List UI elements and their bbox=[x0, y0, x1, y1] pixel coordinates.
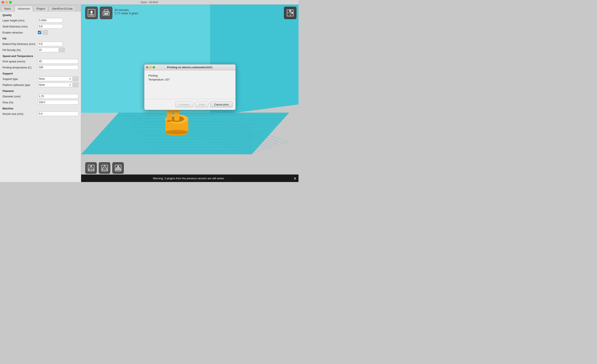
quality-header: Quality bbox=[2, 14, 79, 17]
speed-header: Speed and Temperature bbox=[2, 55, 79, 58]
top-right-view-icon bbox=[286, 9, 294, 17]
app-title: Cura - 15.04.6 bbox=[141, 1, 158, 4]
support-type-label: Support type bbox=[2, 77, 38, 80]
warning-bar: Warning: 2 plugins from the previous ses… bbox=[81, 174, 298, 182]
dialog-footer: Connect Print Cancel print bbox=[144, 99, 236, 110]
view-mode-button-3[interactable] bbox=[112, 162, 124, 174]
settings-form: Quality Layer height (mm) Shell thicknes… bbox=[0, 11, 81, 182]
adhesion-type-label: Platform adhesion type bbox=[2, 83, 38, 87]
enable-retraction-checkbox[interactable] bbox=[38, 31, 41, 34]
dialog-traffic-lights bbox=[146, 66, 155, 68]
fill-header: Fill bbox=[2, 37, 79, 40]
dialog-title: Printing on /dev/cu.usbmodem1411 bbox=[167, 66, 212, 69]
dialog-close-button[interactable] bbox=[146, 66, 148, 68]
warning-close-button[interactable]: X bbox=[294, 177, 296, 180]
retraction-more-btn[interactable]: ... bbox=[43, 30, 48, 35]
diameter-label: Diameter (mm) bbox=[2, 95, 38, 98]
bottom-top-thickness-label: Bottom/Top thickness (mm) bbox=[2, 42, 38, 46]
diameter-row: Diameter (mm) bbox=[2, 94, 79, 99]
view-mode-button-1[interactable] bbox=[85, 162, 97, 174]
adhesion-type-select-wrapper: None Brim Raft ▼ bbox=[38, 83, 72, 87]
dialog-status-temp: Temperature: 207 bbox=[149, 78, 231, 81]
enable-retraction-checkbox-container: ... bbox=[38, 30, 48, 35]
dialog-minimize-button[interactable] bbox=[149, 66, 152, 68]
shell-thickness-row: Shell thickness (mm) bbox=[2, 24, 79, 29]
flow-label: Flow (%) bbox=[2, 101, 38, 104]
maximize-button[interactable] bbox=[9, 1, 12, 4]
nozzle-size-label: Nozzle size (mm) bbox=[2, 112, 38, 115]
fill-density-input[interactable] bbox=[38, 48, 59, 52]
estimate-line2: 1.77 meter 5 gram bbox=[114, 12, 138, 15]
titlebar: Cura - 15.04.6 bbox=[0, 0, 298, 5]
main-layout: Basic Advanced Plugins Start/End-GCode Q… bbox=[0, 5, 298, 182]
view-mode-icon-1 bbox=[87, 164, 95, 172]
flow-row: Flow (%) bbox=[2, 100, 79, 105]
shell-thickness-label: Shell thickness (mm) bbox=[2, 25, 38, 28]
dialog-titlebar: Printing on /dev/cu.usbmodem1411 bbox=[144, 64, 236, 70]
view-mode-icon-3 bbox=[114, 164, 122, 172]
support-type-select-wrapper: None Touching buildplate Everywhere ▼ bbox=[38, 77, 72, 81]
adhesion-type-select[interactable]: None Brim Raft bbox=[38, 83, 72, 87]
dialog-status-printing: Printing bbox=[149, 74, 231, 77]
fill-density-more-btn[interactable]: ... bbox=[59, 48, 65, 52]
print-temp-input[interactable] bbox=[38, 65, 79, 70]
cancel-print-button[interactable]: Cancel print bbox=[210, 102, 232, 107]
print-temp-row: Printing temperature (C) bbox=[2, 65, 79, 70]
view-mode-button-2[interactable] bbox=[99, 162, 110, 174]
print-speed-label: Print speed (mm/s) bbox=[2, 60, 38, 63]
shell-thickness-input[interactable] bbox=[38, 24, 63, 29]
print-button[interactable] bbox=[100, 7, 112, 19]
print-dialog-button[interactable]: Print bbox=[195, 102, 208, 107]
print-icon bbox=[102, 9, 110, 17]
adhesion-type-more-btn[interactable]: ... bbox=[73, 83, 79, 87]
print-temp-label: Printing temperature (C) bbox=[2, 66, 38, 69]
left-panel: Basic Advanced Plugins Start/End-GCode Q… bbox=[0, 5, 81, 182]
bottom-top-thickness-input[interactable] bbox=[38, 42, 63, 46]
print-speed-input[interactable] bbox=[38, 59, 79, 64]
tab-basic[interactable]: Basic bbox=[1, 6, 14, 11]
diameter-input[interactable] bbox=[38, 94, 79, 99]
enable-retraction-label: Enable retraction bbox=[2, 31, 38, 34]
support-type-more-btn[interactable]: ... bbox=[73, 77, 79, 81]
tab-bar: Basic Advanced Plugins Start/End-GCode bbox=[0, 5, 81, 11]
tab-plugins[interactable]: Plugins bbox=[33, 6, 48, 11]
layer-height-label: Layer height (mm) bbox=[2, 19, 38, 22]
view-mode-icon-2 bbox=[101, 164, 108, 172]
nozzle-size-row: Nozzle size (mm) bbox=[2, 111, 79, 116]
connect-button[interactable]: Connect bbox=[175, 102, 193, 107]
minimize-button[interactable] bbox=[5, 1, 8, 4]
estimate-line1: 30 minutes bbox=[114, 8, 138, 12]
filament-header: Filament bbox=[2, 89, 79, 93]
tab-start-end-gcode[interactable]: Start/End-GCode bbox=[49, 6, 76, 11]
load-model-icon bbox=[87, 9, 95, 17]
machine-header: Machine bbox=[2, 107, 79, 110]
load-model-button[interactable] bbox=[85, 7, 98, 19]
svg-rect-42 bbox=[104, 13, 108, 15]
flow-input[interactable] bbox=[38, 100, 79, 105]
fill-density-row: Fill Density (%) ... bbox=[2, 47, 79, 52]
layer-height-row: Layer height (mm) bbox=[2, 18, 79, 23]
close-button[interactable] bbox=[2, 1, 4, 4]
viewport: 30 minutes 1.77 meter 5 gram bbox=[81, 5, 298, 182]
tab-advanced[interactable]: Advanced bbox=[15, 6, 33, 11]
dialog-maximize-button[interactable] bbox=[153, 66, 155, 68]
bottom-top-thickness-row: Bottom/Top thickness (mm) bbox=[2, 41, 79, 46]
layer-height-input[interactable] bbox=[38, 18, 63, 23]
adhesion-type-row: Platform adhesion type None Brim Raft ▼ … bbox=[2, 82, 79, 87]
support-header: Support bbox=[2, 72, 79, 75]
svg-point-34 bbox=[167, 120, 172, 122]
svg-point-44 bbox=[108, 12, 109, 13]
support-type-select[interactable]: None Touching buildplate Everywhere bbox=[38, 77, 72, 81]
fill-density-label: Fill Density (%) bbox=[2, 48, 38, 52]
svg-rect-40 bbox=[89, 15, 94, 16]
svg-rect-37 bbox=[167, 110, 179, 113]
svg-marker-52 bbox=[102, 165, 107, 170]
print-estimate: 30 minutes 1.77 meter 5 gram bbox=[114, 8, 138, 15]
print-dialog: Printing on /dev/cu.usbmodem1411 Printin… bbox=[144, 64, 236, 110]
warning-text: Warning: 2 plugins from the previous ses… bbox=[84, 177, 294, 180]
support-type-row: Support type None Touching buildplate Ev… bbox=[2, 76, 79, 81]
top-right-view-button[interactable] bbox=[284, 7, 296, 19]
enable-retraction-row: Enable retraction ... bbox=[2, 30, 79, 35]
dialog-content: Printing Temperature: 207 bbox=[144, 70, 236, 99]
nozzle-size-input[interactable] bbox=[38, 111, 79, 116]
